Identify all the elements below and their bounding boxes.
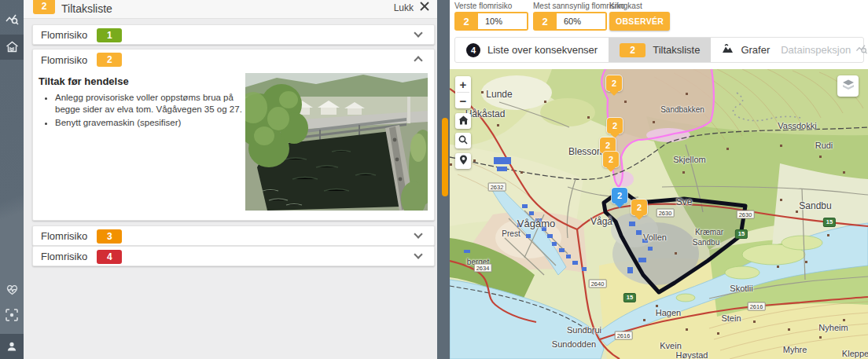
layers-icon — [842, 79, 855, 93]
focus-icon — [6, 309, 18, 321]
route-shield: 15 — [735, 229, 748, 239]
location-pin-icon — [459, 155, 468, 167]
road-number-label: 2630 — [737, 211, 755, 219]
chevron-down-icon — [414, 28, 422, 37]
home-button[interactable] — [455, 113, 471, 129]
panel-risk-badge: 2 — [33, 0, 55, 14]
tab-label: Tiltaksliste — [653, 44, 700, 56]
locate-pin-button[interactable] — [455, 153, 471, 169]
data-inspection-icon — [855, 43, 868, 57]
road-number-label: 2640 — [589, 280, 607, 288]
home-icon — [458, 115, 469, 127]
detail-bullet: Benytt gravemaskin (spesifiser) — [55, 117, 248, 129]
panel-header: 2 Tiltaksliste Lukk — [24, 0, 437, 19]
route-shield: 15 — [823, 218, 836, 227]
road-number-label: 2616 — [615, 332, 633, 340]
tab-frame: 4 Liste over konsekvenser 2 Tiltaksliste… — [454, 37, 864, 63]
tab-actions[interactable]: 2 Tiltaksliste — [609, 38, 711, 62]
panel-divider — [437, 0, 450, 359]
map-canvas[interactable]: LundeHåkåstadBlessomSandbakkenVassdokkiR… — [450, 69, 868, 359]
accordion-flomrisiko-1: Flomrisiko 1 — [32, 24, 435, 45]
risk-level-badge: 4 — [97, 250, 122, 264]
close-label: Lukk — [394, 2, 414, 13]
detail-heading: Tiltak før hendelse — [39, 75, 129, 87]
likely-risk-badge: 2 — [533, 12, 557, 31]
broadcast-label: Kringkast — [609, 2, 670, 10]
tab-consequences[interactable]: 4 Liste over konsekvenser — [455, 38, 609, 62]
route-shield: 15 — [623, 293, 636, 302]
road-number-label: 2634 — [474, 264, 492, 273]
risk-indicator-bar: Verste flomrisiko 2 Mest sannsynlig flom… — [450, 0, 868, 35]
close-icon — [420, 2, 429, 13]
worst-risk-input[interactable] — [478, 12, 528, 31]
chevron-down-icon — [414, 229, 422, 238]
chevron-up-icon — [414, 56, 422, 64]
tab-label: Grafer — [741, 44, 770, 56]
risk-marker[interactable]: 2 — [603, 152, 619, 167]
zoom-control: + − — [455, 76, 471, 108]
worst-risk-badge: 2 — [454, 12, 478, 31]
datainspection-link[interactable]: Datainspeksjon — [781, 38, 868, 62]
main-area: Verste flomrisiko 2 Mest sannsynlig flom… — [450, 0, 868, 359]
bridge-photo[interactable] — [245, 73, 428, 211]
risk-label: Flomrisiko — [41, 54, 87, 66]
accordion-header-1[interactable]: Flomrisiko 1 — [33, 25, 434, 45]
heart-pulse-icon — [6, 284, 19, 296]
accordion-flomrisiko-4: Flomrisiko 4 — [32, 246, 435, 266]
chevron-down-icon — [414, 250, 422, 258]
area-chart-icon — [722, 44, 734, 56]
panel-title: Tiltaksliste — [61, 2, 112, 15]
risk-marker[interactable]: 2 — [606, 75, 622, 91]
panel-drag-handle[interactable] — [442, 118, 448, 196]
flood-house-icon — [6, 41, 19, 53]
risk-marker[interactable]: 2 — [607, 118, 623, 134]
likely-risk-input[interactable] — [557, 12, 607, 31]
datainspection-label: Datainspeksjon — [781, 44, 851, 56]
risk-level-badge: 3 — [97, 229, 122, 244]
tab-bar: 4 Liste over konsekvenser 2 Tiltaksliste… — [450, 35, 868, 69]
rail-item-datainspection[interactable] — [0, 6, 24, 31]
risk-marker[interactable]: 2 — [600, 137, 616, 153]
road-number-label: 2632 — [488, 183, 506, 192]
close-panel-button[interactable]: Lukk — [394, 2, 429, 13]
rail-item-flood[interactable] — [0, 35, 24, 60]
tab-graphs[interactable]: Grafer — [711, 38, 781, 62]
road-number-label: 2616 — [748, 302, 766, 311]
search-icon — [458, 134, 468, 147]
accordion-flomrisiko-3: Flomrisiko 3 — [32, 225, 435, 246]
accordion-header-2[interactable]: Flomrisiko 2 — [33, 49, 434, 70]
accordion-body-2: Tiltak før hendelse Anlegg provisoriske … — [33, 70, 434, 221]
actions-risk-badge: 2 — [620, 43, 645, 57]
zoom-out-button[interactable]: − — [455, 93, 471, 108]
risk-label: Flomrisiko — [41, 230, 87, 242]
action-list-panel: 2 Tiltaksliste Lukk Flomrisiko 1 Flomris… — [24, 0, 437, 359]
risk-label: Flomrisiko — [41, 29, 87, 41]
accordion-flomrisiko-2: Flomrisiko 2 Tiltak før hendelse Anlegg … — [32, 49, 435, 221]
tab-label: Liste over konsekvenser — [487, 44, 598, 56]
map-search-button[interactable] — [455, 133, 471, 148]
observe-button[interactable]: OBSERVÉR — [609, 12, 670, 31]
app-icon-rail — [0, 0, 24, 359]
broadcast-group: Kringkast OBSERVÉR — [609, 2, 670, 31]
accordion-header-3[interactable]: Flomrisiko 3 — [33, 226, 434, 246]
worst-risk-group: Verste flomrisiko 2 — [454, 2, 528, 31]
risk-marker[interactable]: 2 — [612, 188, 627, 203]
risk-level-badge: 2 — [97, 53, 122, 67]
data-inspection-icon — [6, 13, 19, 25]
rail-item-user[interactable] — [0, 334, 24, 359]
user-icon — [6, 340, 18, 353]
road-number-label: 2630 — [657, 209, 675, 218]
risk-level-badge: 1 — [97, 28, 122, 42]
detail-bullet-list: Anlegg provisoriske voller oppstøms brua… — [55, 92, 248, 130]
consequences-count-badge: 4 — [466, 43, 480, 57]
accordion-header-4[interactable]: Flomrisiko 4 — [33, 247, 434, 266]
detail-bullet: Anlegg provisoriske voller oppstøms brua… — [55, 92, 248, 115]
zoom-in-button[interactable]: + — [455, 76, 471, 92]
rail-item-focus[interactable] — [0, 302, 24, 328]
risk-marker[interactable]: 2 — [631, 200, 647, 215]
worst-risk-label: Verste flomrisiko — [454, 2, 528, 10]
risk-label: Flomrisiko — [41, 251, 87, 262]
rail-item-health[interactable] — [0, 277, 24, 302]
layers-button[interactable] — [837, 75, 859, 97]
